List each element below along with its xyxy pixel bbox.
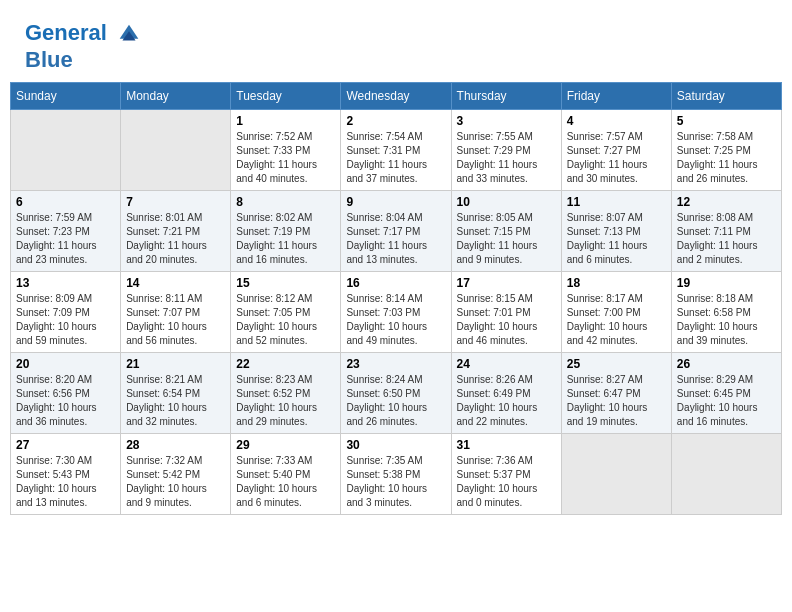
day-number: 10 [457, 195, 556, 209]
calendar-cell [561, 434, 671, 515]
day-info: Sunrise: 8:05 AM Sunset: 7:15 PM Dayligh… [457, 211, 556, 267]
calendar-cell: 18Sunrise: 8:17 AM Sunset: 7:00 PM Dayli… [561, 272, 671, 353]
calendar-week-row: 27Sunrise: 7:30 AM Sunset: 5:43 PM Dayli… [11, 434, 782, 515]
calendar-cell: 20Sunrise: 8:20 AM Sunset: 6:56 PM Dayli… [11, 353, 121, 434]
day-number: 27 [16, 438, 115, 452]
day-number: 18 [567, 276, 666, 290]
weekday-header: Monday [121, 83, 231, 110]
calendar-cell: 9Sunrise: 8:04 AM Sunset: 7:17 PM Daylig… [341, 191, 451, 272]
day-info: Sunrise: 8:17 AM Sunset: 7:00 PM Dayligh… [567, 292, 666, 348]
day-number: 8 [236, 195, 335, 209]
day-number: 23 [346, 357, 445, 371]
calendar-cell: 22Sunrise: 8:23 AM Sunset: 6:52 PM Dayli… [231, 353, 341, 434]
calendar-cell: 17Sunrise: 8:15 AM Sunset: 7:01 PM Dayli… [451, 272, 561, 353]
day-info: Sunrise: 8:26 AM Sunset: 6:49 PM Dayligh… [457, 373, 556, 429]
calendar-cell: 5Sunrise: 7:58 AM Sunset: 7:25 PM Daylig… [671, 110, 781, 191]
day-number: 11 [567, 195, 666, 209]
day-number: 26 [677, 357, 776, 371]
logo: General Blue [25, 20, 143, 72]
calendar-cell: 12Sunrise: 8:08 AM Sunset: 7:11 PM Dayli… [671, 191, 781, 272]
day-number: 12 [677, 195, 776, 209]
calendar-cell: 29Sunrise: 7:33 AM Sunset: 5:40 PM Dayli… [231, 434, 341, 515]
day-number: 4 [567, 114, 666, 128]
calendar-cell [121, 110, 231, 191]
day-info: Sunrise: 8:11 AM Sunset: 7:07 PM Dayligh… [126, 292, 225, 348]
calendar-cell: 14Sunrise: 8:11 AM Sunset: 7:07 PM Dayli… [121, 272, 231, 353]
day-number: 20 [16, 357, 115, 371]
day-number: 24 [457, 357, 556, 371]
day-info: Sunrise: 8:18 AM Sunset: 6:58 PM Dayligh… [677, 292, 776, 348]
calendar-cell: 23Sunrise: 8:24 AM Sunset: 6:50 PM Dayli… [341, 353, 451, 434]
day-number: 21 [126, 357, 225, 371]
day-number: 7 [126, 195, 225, 209]
day-info: Sunrise: 8:23 AM Sunset: 6:52 PM Dayligh… [236, 373, 335, 429]
day-info: Sunrise: 7:36 AM Sunset: 5:37 PM Dayligh… [457, 454, 556, 510]
calendar-cell: 16Sunrise: 8:14 AM Sunset: 7:03 PM Dayli… [341, 272, 451, 353]
logo-blue: Blue [25, 48, 143, 72]
calendar-cell: 27Sunrise: 7:30 AM Sunset: 5:43 PM Dayli… [11, 434, 121, 515]
calendar-cell: 26Sunrise: 8:29 AM Sunset: 6:45 PM Dayli… [671, 353, 781, 434]
day-number: 19 [677, 276, 776, 290]
calendar-week-row: 20Sunrise: 8:20 AM Sunset: 6:56 PM Dayli… [11, 353, 782, 434]
logo-text: General [25, 20, 143, 48]
calendar-cell: 10Sunrise: 8:05 AM Sunset: 7:15 PM Dayli… [451, 191, 561, 272]
day-number: 29 [236, 438, 335, 452]
day-number: 25 [567, 357, 666, 371]
day-number: 14 [126, 276, 225, 290]
day-number: 16 [346, 276, 445, 290]
calendar-cell: 6Sunrise: 7:59 AM Sunset: 7:23 PM Daylig… [11, 191, 121, 272]
day-info: Sunrise: 8:27 AM Sunset: 6:47 PM Dayligh… [567, 373, 666, 429]
day-info: Sunrise: 8:08 AM Sunset: 7:11 PM Dayligh… [677, 211, 776, 267]
day-info: Sunrise: 8:20 AM Sunset: 6:56 PM Dayligh… [16, 373, 115, 429]
day-info: Sunrise: 8:14 AM Sunset: 7:03 PM Dayligh… [346, 292, 445, 348]
day-number: 13 [16, 276, 115, 290]
calendar-cell: 25Sunrise: 8:27 AM Sunset: 6:47 PM Dayli… [561, 353, 671, 434]
day-number: 30 [346, 438, 445, 452]
day-info: Sunrise: 7:57 AM Sunset: 7:27 PM Dayligh… [567, 130, 666, 186]
day-info: Sunrise: 8:01 AM Sunset: 7:21 PM Dayligh… [126, 211, 225, 267]
calendar-week-row: 6Sunrise: 7:59 AM Sunset: 7:23 PM Daylig… [11, 191, 782, 272]
day-number: 6 [16, 195, 115, 209]
calendar-week-row: 13Sunrise: 8:09 AM Sunset: 7:09 PM Dayli… [11, 272, 782, 353]
calendar-cell: 11Sunrise: 8:07 AM Sunset: 7:13 PM Dayli… [561, 191, 671, 272]
day-info: Sunrise: 7:54 AM Sunset: 7:31 PM Dayligh… [346, 130, 445, 186]
day-number: 17 [457, 276, 556, 290]
calendar-cell: 15Sunrise: 8:12 AM Sunset: 7:05 PM Dayli… [231, 272, 341, 353]
day-info: Sunrise: 8:02 AM Sunset: 7:19 PM Dayligh… [236, 211, 335, 267]
calendar-cell: 21Sunrise: 8:21 AM Sunset: 6:54 PM Dayli… [121, 353, 231, 434]
weekday-header: Thursday [451, 83, 561, 110]
day-number: 22 [236, 357, 335, 371]
weekday-header: Saturday [671, 83, 781, 110]
calendar-week-row: 1Sunrise: 7:52 AM Sunset: 7:33 PM Daylig… [11, 110, 782, 191]
calendar-cell: 19Sunrise: 8:18 AM Sunset: 6:58 PM Dayli… [671, 272, 781, 353]
page-header: General Blue [10, 10, 782, 77]
calendar-cell: 1Sunrise: 7:52 AM Sunset: 7:33 PM Daylig… [231, 110, 341, 191]
calendar-cell [671, 434, 781, 515]
day-number: 3 [457, 114, 556, 128]
day-info: Sunrise: 8:09 AM Sunset: 7:09 PM Dayligh… [16, 292, 115, 348]
day-info: Sunrise: 7:55 AM Sunset: 7:29 PM Dayligh… [457, 130, 556, 186]
calendar-cell: 7Sunrise: 8:01 AM Sunset: 7:21 PM Daylig… [121, 191, 231, 272]
day-number: 2 [346, 114, 445, 128]
calendar-cell: 31Sunrise: 7:36 AM Sunset: 5:37 PM Dayli… [451, 434, 561, 515]
day-info: Sunrise: 7:33 AM Sunset: 5:40 PM Dayligh… [236, 454, 335, 510]
day-number: 15 [236, 276, 335, 290]
calendar-cell: 2Sunrise: 7:54 AM Sunset: 7:31 PM Daylig… [341, 110, 451, 191]
calendar-cell: 8Sunrise: 8:02 AM Sunset: 7:19 PM Daylig… [231, 191, 341, 272]
day-number: 31 [457, 438, 556, 452]
day-info: Sunrise: 8:07 AM Sunset: 7:13 PM Dayligh… [567, 211, 666, 267]
day-info: Sunrise: 7:58 AM Sunset: 7:25 PM Dayligh… [677, 130, 776, 186]
day-info: Sunrise: 8:04 AM Sunset: 7:17 PM Dayligh… [346, 211, 445, 267]
day-info: Sunrise: 8:21 AM Sunset: 6:54 PM Dayligh… [126, 373, 225, 429]
day-info: Sunrise: 7:59 AM Sunset: 7:23 PM Dayligh… [16, 211, 115, 267]
weekday-header: Tuesday [231, 83, 341, 110]
day-info: Sunrise: 8:24 AM Sunset: 6:50 PM Dayligh… [346, 373, 445, 429]
calendar-cell: 24Sunrise: 8:26 AM Sunset: 6:49 PM Dayli… [451, 353, 561, 434]
day-info: Sunrise: 7:32 AM Sunset: 5:42 PM Dayligh… [126, 454, 225, 510]
day-number: 1 [236, 114, 335, 128]
day-info: Sunrise: 8:12 AM Sunset: 7:05 PM Dayligh… [236, 292, 335, 348]
weekday-header: Sunday [11, 83, 121, 110]
calendar-header-row: SundayMondayTuesdayWednesdayThursdayFrid… [11, 83, 782, 110]
weekday-header: Friday [561, 83, 671, 110]
day-number: 9 [346, 195, 445, 209]
